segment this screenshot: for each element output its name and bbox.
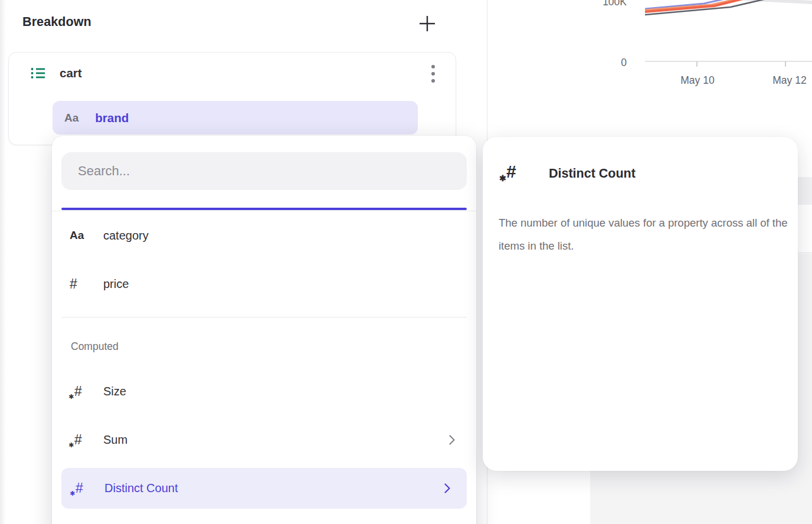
dropdown-item-distinct-count[interactable]: #✱ Distinct Count [61,468,467,509]
breakdown-section-title: Breakdown [22,15,91,30]
dropdown-item-label: Sum [103,433,127,447]
dropdown-divider [61,317,467,317]
property-dropdown: Aa category # price Computed #✱ Size #✱ … [52,136,476,524]
dropdown-item-sum[interactable]: #✱ Sum [52,425,476,454]
x-axis-label-may12: May 12 [757,74,812,87]
computed-number-icon: #✱ [506,162,516,182]
kebab-dot [431,79,435,83]
breakdown-card-cart: cart Aa brand [8,52,456,145]
distinct-count-info-popover: #✱ Distinct Count The number of unique v… [483,137,798,471]
cart-property-row[interactable]: cart [30,62,82,84]
kebab-dot [431,65,435,68]
string-type-icon: Aa [64,112,78,125]
plus-icon [418,14,437,33]
chevron-right-icon [449,435,455,445]
computed-section-label: Computed [71,340,119,353]
kebab-dot [431,72,435,76]
popover-description: The number of unique values for a proper… [499,211,797,257]
x-axis-label-may10: May 10 [665,74,730,87]
left-edge-shadow [0,0,6,524]
y-axis-label-0: 0 [584,57,627,69]
active-tab-indicator [61,208,467,210]
x-axis-tick [785,61,786,67]
computed-number-icon: #✱ [74,432,82,448]
distinct-count-row[interactable]: #✱ Distinct Count [61,474,467,502]
chevron-right-icon [444,483,450,493]
computed-number-icon: #✱ [76,480,83,496]
list-top-border [52,211,476,211]
string-type-icon: Aa [70,229,84,242]
popover-title: Distinct Count [549,166,636,181]
dropdown-item-label: price [103,277,129,291]
number-type-icon: # [70,276,77,292]
dropdown-item-label: category [103,229,149,243]
search-input[interactable] [61,152,467,190]
add-breakdown-button[interactable] [415,12,439,35]
search-box [61,152,467,190]
y-axis-label-100k: 100K [584,0,627,8]
computed-number-icon: #✱ [74,384,82,399]
chart-lines [645,0,812,25]
x-axis-tick [696,61,698,67]
dropdown-item-size[interactable]: #✱ Size [52,377,476,405]
cart-label: cart [60,66,82,80]
dropdown-item-label: Distinct Count [104,482,178,495]
x-axis-line [645,61,812,62]
app-canvas: 100K 0 May 10 May 12 Breakdown cart [0,0,812,524]
kebab-menu-button[interactable] [425,61,441,87]
dropdown-item-category[interactable]: Aa category [52,221,476,250]
selected-property-brand[interactable]: Aa brand [53,101,418,135]
dropdown-item-label: Size [103,385,126,398]
dropdown-item-price[interactable]: # price [52,270,476,298]
selected-property-label: brand [95,111,129,125]
list-icon [30,66,45,80]
